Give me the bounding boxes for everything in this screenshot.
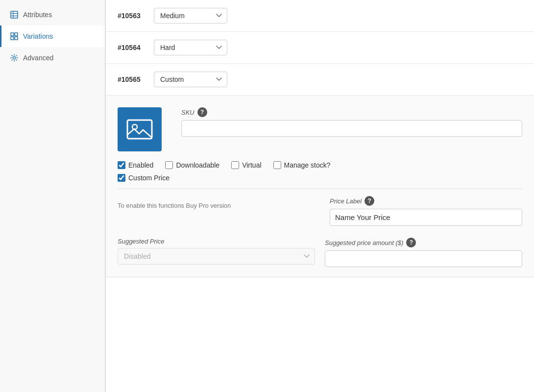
sku-help-icon[interactable]: ? [197,107,207,117]
suggested-price-amount-group: Suggested price amount ($) ? [325,238,522,267]
suggested-price-amount-label: Suggested price amount ($) [325,239,403,246]
variation-id-10564: #10564 [118,44,147,51]
manage-stock-checkbox-label[interactable]: Manage stock? [273,161,331,169]
grid-icon [10,32,18,40]
info-text: To enable this functions Buy Pro version [118,202,310,209]
suggested-price-amount-input[interactable] [325,250,522,267]
enabled-label: Enabled [128,161,153,169]
virtual-label: Virtual [242,161,261,169]
downloadable-checkbox[interactable] [165,161,173,169]
downloadable-checkbox-label[interactable]: Downloadable [165,161,219,169]
checkboxes-row: Enabled Downloadable Virtual Manage stoc… [118,161,522,169]
svg-rect-7 [15,37,18,40]
suggested-price-label: Suggested Price [118,238,164,245]
enabled-checkbox[interactable] [118,161,125,169]
suggested-price-select[interactable]: Disabled [118,248,315,265]
virtual-checkbox-label[interactable]: Virtual [231,161,261,169]
svg-point-8 [13,57,16,59]
suggested-price-amount-help-icon[interactable]: ? [406,238,416,247]
downloadable-label: Downloadable [176,161,219,169]
manage-stock-checkbox[interactable] [273,161,281,169]
sidebar-item-variations-label: Variations [23,32,53,40]
sidebar-item-variations[interactable]: Variations [0,25,105,47]
custom-price-row: Custom Price [118,174,522,182]
lower-section: To enable this functions Buy Pro version… [118,189,522,267]
price-label-section: Price Label ? [330,196,522,226]
price-label-input[interactable] [330,209,522,226]
custom-price-checkbox[interactable] [118,174,125,182]
variation-select-10563[interactable]: Easy Medium Hard Custom [154,8,227,24]
sidebar-item-attributes[interactable]: Attributes [0,4,105,25]
variation-select-10565[interactable]: Easy Medium Hard Custom [154,72,227,87]
sku-field-wrap: SKU ? [181,107,522,137]
variation-id-10565: #10565 [118,75,147,83]
svg-rect-6 [11,37,14,40]
custom-price-checkbox-label[interactable]: Custom Price [118,174,170,182]
table-icon [10,11,18,19]
sku-label: SKU [181,109,194,116]
variation-select-10564[interactable]: Easy Medium Hard Custom [154,40,227,55]
variation-expanded-section: SKU ? Enabled Downloadable Virtual [106,96,534,277]
custom-price-label: Custom Price [128,174,170,182]
info-section: To enable this functions Buy Pro version [118,196,310,213]
svg-rect-9 [127,120,152,139]
variation-row-10564: #10564 Easy Medium Hard Custom [106,32,534,64]
sidebar-item-advanced-label: Advanced [23,54,53,62]
svg-rect-4 [11,33,14,36]
sidebar: Attributes Variations Advanced [0,0,105,392]
main-content: #10563 Easy Medium Hard Custom #10564 Ea… [105,0,534,392]
enabled-checkbox-label[interactable]: Enabled [118,161,153,169]
variation-image[interactable] [118,107,162,151]
variation-row-10563: #10563 Easy Medium Hard Custom [106,0,534,32]
manage-stock-label: Manage stock? [284,161,331,169]
variation-row-10565: #10565 Easy Medium Hard Custom [106,64,534,96]
virtual-checkbox[interactable] [231,161,239,169]
price-label-help-icon[interactable]: ? [364,196,374,206]
svg-rect-5 [15,33,18,36]
suggested-price-section: Suggested Price Disabled Suggested price… [118,238,522,267]
sidebar-item-advanced[interactable]: Advanced [0,47,105,69]
suggested-price-group: Suggested Price Disabled [118,238,315,267]
sidebar-item-attributes-label: Attributes [23,11,52,19]
price-label-field-label: Price Label [330,197,362,205]
svg-rect-0 [11,11,18,18]
sku-input[interactable] [181,120,522,137]
gear-icon [10,54,18,62]
variation-id-10563: #10563 [118,12,147,20]
